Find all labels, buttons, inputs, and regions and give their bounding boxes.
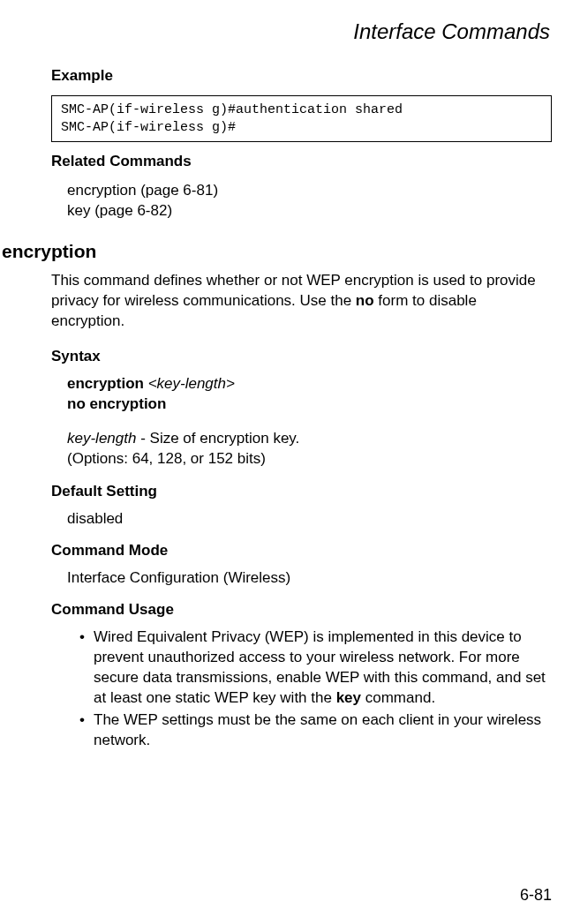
command-mode-value: Interface Configuration (Wireless) (67, 568, 552, 589)
param-name: key-length (67, 430, 136, 447)
command-usage-heading: Command Usage (51, 601, 552, 619)
param-desc: - Size of encryption key. (136, 430, 299, 447)
syntax-heading: Syntax (51, 348, 552, 365)
syntax-param-block: key-length - Size of encryption key. (Op… (67, 429, 552, 470)
example-heading: Example (51, 67, 552, 85)
desc-text-bold: no (356, 292, 374, 309)
page-number: 6-81 (520, 886, 552, 905)
example-code-box: SMC-AP(if-wireless g)#authentication sha… (51, 95, 552, 142)
syntax-block: encryption <key-length> no encryption (67, 374, 552, 415)
syntax-line: no encryption (67, 394, 552, 415)
usage-list-item: • The WEP settings must be the same on e… (79, 710, 552, 751)
syntax-cmd: encryption (67, 375, 144, 392)
bullet-icon: • (79, 710, 85, 731)
default-setting-value: disabled (67, 509, 552, 530)
usage-text-bold: key (336, 689, 361, 706)
command-usage-list: • Wired Equivalent Privacy (WEP) is impl… (79, 627, 552, 751)
bullet-icon: • (79, 627, 85, 648)
usage-list-item: • Wired Equivalent Privacy (WEP) is impl… (79, 627, 552, 709)
command-mode-heading: Command Mode (51, 542, 552, 560)
command-description: This command defines whether or not WEP … (51, 271, 552, 332)
syntax-param-options: (Options: 64, 128, or 152 bits) (67, 449, 552, 470)
syntax-line: encryption <key-length> (67, 374, 552, 394)
page-header-title: Interface Commands (51, 19, 550, 44)
related-commands-list: encryption (page 6-81) key (page 6-82) (67, 181, 552, 222)
syntax-param-line: key-length - Size of encryption key. (67, 429, 552, 449)
related-commands-heading: Related Commands (51, 153, 552, 170)
default-setting-heading: Default Setting (51, 483, 552, 500)
usage-text-post: command. (361, 689, 435, 706)
usage-text-pre: Wired Equivalent Privacy (WEP) is implem… (94, 628, 546, 706)
related-command-item: key (page 6-82) (67, 201, 552, 222)
command-title: encryption (2, 241, 552, 262)
syntax-arg: <key-length> (144, 375, 235, 392)
related-command-item: encryption (page 6-81) (67, 181, 552, 201)
usage-text: The WEP settings must be the same on eac… (94, 711, 541, 748)
